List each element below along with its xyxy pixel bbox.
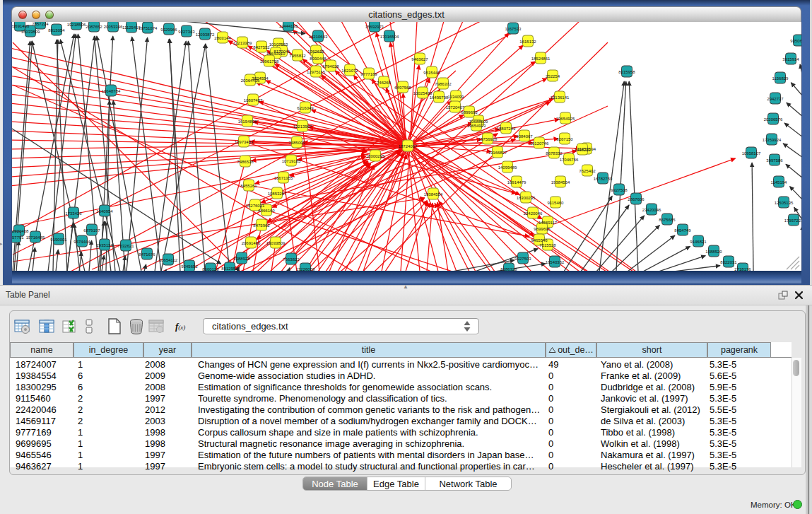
svg-text:17046766: 17046766 <box>560 158 579 162</box>
svg-text:9465546: 9465546 <box>531 238 548 243</box>
svg-text:9474444: 9474444 <box>73 240 90 244</box>
svg-text:8475962: 8475962 <box>253 223 270 228</box>
svg-text:252254: 252254 <box>546 74 560 78</box>
svg-text:23420046: 23420046 <box>642 208 661 212</box>
svg-text:1498222: 1498222 <box>574 148 591 152</box>
svg-text:9329966: 9329966 <box>160 28 177 32</box>
svg-text:6899695: 6899695 <box>461 110 478 115</box>
svg-text:10107553: 10107553 <box>269 42 288 47</box>
svg-text:2087652: 2087652 <box>86 25 102 29</box>
svg-text:8186328: 8186328 <box>500 267 517 271</box>
svg-text:3915914: 3915914 <box>782 57 799 62</box>
svg-text:8660128: 8660128 <box>202 267 219 271</box>
svg-text:15276021: 15276021 <box>246 204 265 208</box>
svg-text:1362615: 1362615 <box>307 49 324 54</box>
svg-text:15692971: 15692971 <box>365 25 384 29</box>
svg-text:12213967: 12213967 <box>293 124 312 129</box>
svg-text:8215958: 8215958 <box>618 70 635 74</box>
svg-text:16543362: 16543362 <box>546 260 565 264</box>
svg-text:9190001: 9190001 <box>50 238 67 242</box>
svg-text:15136141: 15136141 <box>551 95 570 100</box>
svg-text:9463627: 9463627 <box>411 57 428 62</box>
svg-text:8813054: 8813054 <box>48 28 65 33</box>
svg-text:20053346: 20053346 <box>104 25 123 29</box>
svg-text:16210643: 16210643 <box>309 35 328 39</box>
svg-text:1167533: 1167533 <box>505 27 522 31</box>
svg-text:1145194: 1145194 <box>771 180 788 185</box>
svg-text:16671355: 16671355 <box>274 176 293 180</box>
svg-text:18524861: 18524861 <box>531 57 551 61</box>
svg-text:6794028: 6794028 <box>322 64 339 69</box>
svg-text:9084067: 9084067 <box>516 134 533 139</box>
svg-text:14569117: 14569117 <box>539 221 558 225</box>
svg-text:9327503: 9327503 <box>514 257 531 261</box>
svg-text:16640910: 16640910 <box>266 52 286 56</box>
svg-text:10654112: 10654112 <box>159 258 178 262</box>
svg-text:2867606: 2867606 <box>628 197 645 201</box>
svg-text:19751074: 19751074 <box>139 26 158 30</box>
svg-text:12444195: 12444195 <box>279 24 298 28</box>
svg-text:10853267: 10853267 <box>268 192 287 196</box>
svg-text:16033809: 16033809 <box>266 241 286 245</box>
svg-text:8912954: 8912954 <box>221 267 238 271</box>
svg-text:9327508: 9327508 <box>611 188 628 192</box>
svg-text:1588520: 1588520 <box>705 250 722 254</box>
svg-text:17016504: 17016504 <box>380 35 399 39</box>
svg-text:8990448: 8990448 <box>310 57 326 61</box>
svg-text:12975115: 12975115 <box>307 70 326 74</box>
svg-text:9115460: 9115460 <box>548 201 565 205</box>
svg-text:17359924: 17359924 <box>763 138 782 142</box>
svg-text:20691406: 20691406 <box>12 24 30 28</box>
svg-text:17957223: 17957223 <box>784 218 801 223</box>
svg-text:6879197: 6879197 <box>83 228 100 233</box>
svg-text:19654925: 19654925 <box>556 117 575 121</box>
svg-text:19384554: 19384554 <box>551 180 570 185</box>
svg-text:15716485: 15716485 <box>26 235 45 240</box>
svg-text:10719185: 10719185 <box>282 159 301 163</box>
svg-text:7955812: 7955812 <box>289 54 306 58</box>
svg-text:10961758: 10961758 <box>260 59 279 64</box>
svg-text:1640954: 1640954 <box>96 209 113 214</box>
svg-text:19756928: 19756928 <box>478 137 498 141</box>
svg-text:10958107: 10958107 <box>742 151 761 156</box>
svg-text:1156829: 1156829 <box>772 76 789 81</box>
svg-text:7485003: 7485003 <box>288 141 305 145</box>
svg-text:20691406: 20691406 <box>242 241 261 245</box>
svg-text:9777169: 9777169 <box>360 72 377 76</box>
svg-text:3997586: 3997586 <box>766 158 783 163</box>
svg-text:14099489: 14099489 <box>498 165 517 170</box>
svg-text:7625402: 7625402 <box>579 169 596 173</box>
svg-text:6466160: 6466160 <box>258 209 275 213</box>
svg-text:7486538: 7486538 <box>237 160 254 164</box>
svg-text:9699695: 9699695 <box>534 227 551 231</box>
svg-text:9515449: 9515449 <box>423 71 440 75</box>
svg-text:10973493: 10973493 <box>235 140 254 144</box>
svg-text:2942737: 2942737 <box>767 97 784 101</box>
svg-text:18807249: 18807249 <box>497 127 516 131</box>
svg-text:19654923: 19654923 <box>467 124 486 128</box>
svg-text:8678332: 8678332 <box>546 151 563 156</box>
svg-text:9657791: 9657791 <box>12 235 24 240</box>
svg-text:8267150: 8267150 <box>556 137 573 141</box>
svg-text:7857224: 7857224 <box>32 22 49 26</box>
svg-text:19166827: 19166827 <box>488 151 507 155</box>
svg-text:9146821: 9146821 <box>690 240 707 244</box>
svg-text:8322031: 8322031 <box>720 260 737 264</box>
svg-text:16648784: 16648784 <box>102 89 121 93</box>
svg-text:7515528: 7515528 <box>539 243 556 247</box>
svg-text:2935114: 2935114 <box>97 243 114 247</box>
svg-text:12213389: 12213389 <box>233 41 252 45</box>
svg-text:16120746: 16120746 <box>530 141 549 146</box>
svg-text:19218506: 19218506 <box>67 23 86 27</box>
svg-text:12923468: 12923468 <box>12 229 29 233</box>
svg-text:746266: 746266 <box>377 81 392 85</box>
svg-text:16033809: 16033809 <box>21 30 40 34</box>
svg-text:1621072: 1621072 <box>341 69 358 73</box>
svg-text:1134099: 1134099 <box>448 95 465 99</box>
svg-text:20364436: 20364436 <box>241 78 260 83</box>
svg-text:2803144: 2803144 <box>214 36 231 40</box>
svg-text:19384554: 19384554 <box>424 192 443 197</box>
svg-text:7986372: 7986372 <box>435 82 452 86</box>
svg-text:8427552: 8427552 <box>253 45 270 49</box>
svg-text:1615132: 1615132 <box>519 40 536 44</box>
